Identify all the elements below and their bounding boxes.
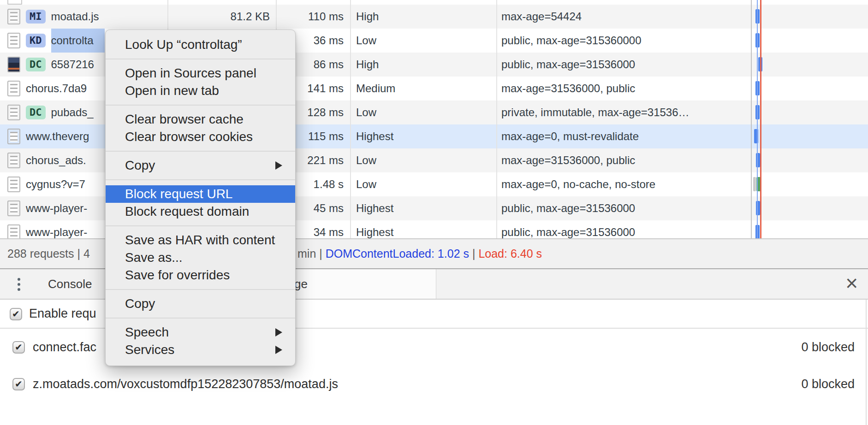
waterfall-column-divider[interactable] — [751, 0, 752, 238]
blocked-pattern-url: z.moatads.com/voxcustomdfp152282307853/m… — [33, 366, 338, 402]
request-cache-control: public, max-age=31536000 — [501, 53, 746, 77]
request-priority: Highest — [356, 196, 393, 220]
request-name: chorus_ads. — [26, 148, 86, 172]
request-name-cell[interactable]: MImoatad.js — [0, 5, 167, 29]
request-cache-control: max-age=0, no-cache, no-store — [501, 172, 746, 196]
script-file-icon — [7, 9, 20, 24]
product-badge: KD — [26, 34, 46, 47]
menu-item-save-as-har-with-content[interactable]: Save as HAR with content — [106, 231, 295, 249]
blocked-pattern-url: connect.fac — [33, 329, 96, 366]
menu-item-clear-browser-cookies[interactable]: Clear browser cookies — [106, 128, 295, 146]
menu-separator — [106, 151, 295, 152]
blocked-pattern-checkbox[interactable]: ✔ — [12, 341, 25, 354]
request-cache-control: max-age=31536000, public — [501, 77, 746, 100]
timing-summary-text: min | DOMContentLoaded: 1.02 s | Load: 6… — [297, 239, 542, 268]
menu-separator — [106, 225, 295, 226]
menu-separator — [106, 105, 295, 106]
load-time: Load: 6.40 s — [478, 247, 542, 260]
load-event-marker-line — [760, 0, 761, 238]
blocked-pattern-row[interactable]: ✔z.moatads.com/voxcustomdfp152282307853/… — [0, 366, 868, 402]
script-file-icon — [7, 201, 20, 216]
request-priority: Highest — [356, 220, 393, 238]
tab-console[interactable]: Console — [44, 269, 95, 299]
request-name: www-player- — [26, 196, 87, 220]
request-name: www.theverg — [26, 124, 89, 148]
request-priority: Low — [356, 148, 376, 172]
waterfall-waiting-bar — [753, 177, 756, 191]
column-divider[interactable] — [350, 0, 351, 238]
column-divider[interactable] — [496, 0, 497, 238]
script-file-icon — [7, 129, 20, 144]
request-cache-control: public, max-age=315360000 — [501, 29, 746, 53]
menu-item-block-request-url[interactable]: Block request URL — [106, 185, 295, 203]
menu-separator — [106, 318, 295, 319]
devtools-window: MImoatad.js81.2 KB110 msHighmax-age=5442… — [0, 0, 868, 425]
context-menu: Look Up “controltag”Open in Sources pane… — [105, 30, 296, 366]
drawer-menu-icon[interactable] — [18, 278, 20, 281]
request-time: 110 ms — [277, 5, 344, 29]
script-file-icon — [7, 105, 20, 120]
blocked-count: 0 blocked — [801, 329, 855, 366]
domcontentloaded-marker-line — [757, 0, 758, 238]
summary-separator: | — [469, 247, 478, 260]
request-size: 81.2 KB — [184, 5, 270, 29]
menu-item-open-in-new-tab[interactable]: Open in new tab — [106, 82, 295, 100]
request-priority: Medium — [356, 77, 395, 100]
request-cache-control: public, max-age=31536000 — [501, 220, 746, 238]
request-cache-control: max-age=31536000, public — [501, 148, 746, 172]
request-cache-control: max-age=0, must-revalidate — [501, 124, 746, 148]
menu-item-clear-browser-cache[interactable]: Clear browser cache — [106, 111, 295, 128]
document-icon — [7, 0, 22, 5]
blocked-pattern-checkbox[interactable]: ✔ — [12, 378, 25, 390]
network-request-row[interactable]: MImoatad.js81.2 KB110 msHighmax-age=5442… — [0, 5, 868, 29]
blocked-count: 0 blocked — [801, 366, 855, 402]
product-badge: DC — [26, 106, 46, 119]
enable-request-blocking-label: Enable requ — [29, 300, 96, 328]
product-badge: DC — [26, 58, 46, 71]
panel-right-border — [866, 300, 867, 425]
request-name: cygnus?v=7 — [26, 172, 85, 196]
tab-request-blocking-partial-label[interactable]: ge — [294, 269, 308, 299]
request-name: pubads_ — [51, 100, 94, 124]
menu-item-copy[interactable]: Copy — [106, 295, 295, 313]
request-name: 6587216 — [51, 53, 94, 77]
request-cache-control: public, max-age=31536000 — [501, 196, 746, 220]
menu-item-speech[interactable]: Speech — [106, 324, 295, 341]
menu-item-look-up-controltag[interactable]: Look Up “controltag” — [106, 36, 295, 53]
request-priority: Low — [356, 29, 376, 53]
request-cache-control: private, immutable, max-age=31536… — [501, 100, 746, 124]
close-drawer-icon[interactable]: × — [845, 269, 858, 299]
menu-item-block-request-domain[interactable]: Block request domain — [106, 203, 295, 220]
request-priority: Low — [356, 100, 376, 124]
enable-request-blocking-checkbox[interactable]: ✔ — [10, 308, 22, 320]
menu-item-copy[interactable]: Copy — [106, 157, 295, 174]
request-priority: High — [356, 5, 379, 29]
submenu-arrow-icon — [275, 328, 282, 336]
request-priority: Low — [356, 172, 376, 196]
image-preview-icon — [7, 57, 20, 72]
request-name: chorus.7da9 — [26, 77, 87, 100]
request-priority: Highest — [356, 124, 393, 148]
script-file-icon — [7, 177, 20, 192]
script-file-icon — [7, 153, 20, 168]
menu-separator — [106, 59, 295, 59]
finish-time-fragment: min | — [297, 247, 326, 260]
domcontentloaded-time: DOMContentLoaded: 1.02 s — [326, 247, 469, 260]
request-name: controlta — [51, 29, 105, 53]
script-file-icon — [7, 224, 20, 238]
product-badge: MI — [26, 10, 46, 24]
request-priority: High — [356, 53, 379, 77]
menu-separator — [106, 179, 295, 180]
menu-item-services[interactable]: Services — [106, 341, 295, 359]
menu-item-open-in-sources-panel[interactable]: Open in Sources panel — [106, 65, 295, 82]
script-file-icon — [7, 33, 20, 48]
partial-row-above — [0, 0, 868, 5]
script-file-icon — [7, 81, 20, 96]
menu-item-save-as[interactable]: Save as... — [106, 249, 295, 266]
request-name: www-player- — [26, 220, 87, 238]
submenu-arrow-icon — [275, 346, 282, 354]
request-name: moatad.js — [51, 5, 99, 29]
menu-item-save-for-overrides[interactable]: Save for overrides — [106, 266, 295, 284]
menu-separator — [106, 289, 295, 290]
request-cache-control: max-age=54424 — [501, 5, 746, 29]
